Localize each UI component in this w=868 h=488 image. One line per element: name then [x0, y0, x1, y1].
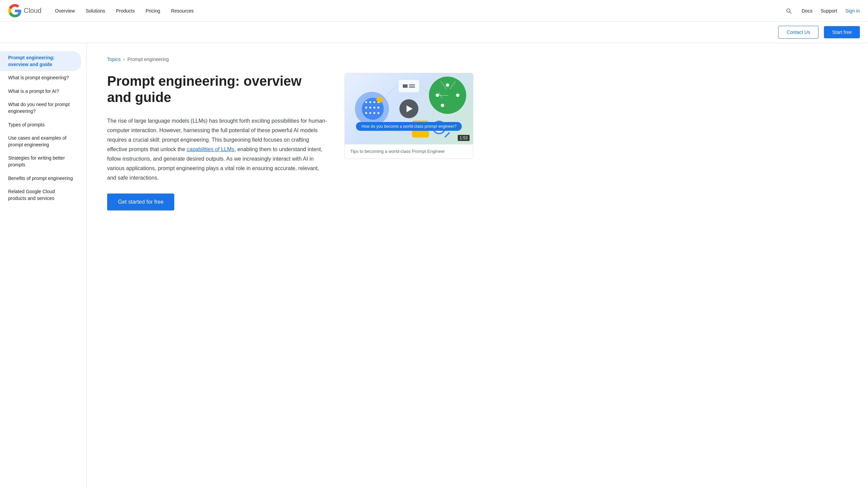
page-title: Prompt engineering: overview and guide — [107, 73, 328, 105]
contact-us-button[interactable]: Contact Us — [778, 26, 818, 39]
video-card: How do you become a world-class prompt e… — [344, 73, 473, 159]
sidebar: Prompt engineering: overview and guide W… — [0, 43, 87, 488]
sidebar-item-strategies[interactable]: Strategies for writing better prompts — [0, 151, 81, 171]
sidebar-item-use-cases[interactable]: Use cases and examples of prompt enginee… — [0, 131, 81, 151]
video-duration: 1:53 — [458, 135, 470, 141]
nav-pricing[interactable]: Pricing — [145, 8, 160, 14]
llm-capabilities-link[interactable]: capabilities of LLMs — [187, 146, 235, 152]
nav-products[interactable]: Products — [116, 8, 135, 14]
play-button[interactable] — [399, 99, 418, 118]
nav-links: Overview Solutions Products Pricing Reso… — [55, 8, 784, 14]
main-layout: Prompt engineering: overview and guide W… — [0, 43, 868, 488]
logo[interactable]: Cloud — [8, 4, 41, 18]
text-content: Prompt engineering: overview and guide T… — [107, 73, 328, 210]
breadcrumb-current: Prompt engineering — [127, 57, 169, 62]
breadcrumb-separator: › — [123, 57, 125, 62]
sidebar-item-what-do-you-need[interactable]: What do you need for prompt engineering? — [0, 98, 81, 118]
sidebar-item-types-of-prompts[interactable]: Types of prompts — [0, 118, 81, 132]
secondary-nav: Contact Us Start free — [0, 22, 868, 43]
nav-right: Docs Support Sign in — [784, 6, 860, 16]
sidebar-item-related-products[interactable]: Related Google Cloud products and servic… — [0, 185, 81, 205]
nav-resources[interactable]: Resources — [171, 8, 194, 14]
video-description: Tips to becoming a world-class Prompt En… — [345, 144, 473, 159]
content-area: Topics › Prompt engineering Prompt engin… — [87, 43, 494, 488]
sidebar-item-what-is-prompt-ai[interactable]: What is a prompt for AI? — [0, 85, 81, 98]
sidebar-item-benefits[interactable]: Benefits of prompt engineering — [0, 172, 81, 185]
play-icon — [407, 105, 413, 112]
video-thumbnail[interactable]: How do you become a world-class prompt e… — [345, 73, 473, 144]
play-overlay — [345, 73, 473, 144]
breadcrumb: Topics › Prompt engineering — [107, 57, 473, 62]
video-caption-bar: How do you become a world-class prompt e… — [356, 122, 462, 131]
get-started-button[interactable]: Get started for free — [107, 194, 174, 210]
nav-support[interactable]: Support — [821, 8, 837, 14]
sidebar-item-overview[interactable]: Prompt engineering: overview and guide — [0, 51, 81, 71]
sign-in-link[interactable]: Sign in — [845, 8, 860, 14]
cloud-logo-text: Cloud — [24, 7, 41, 15]
top-navigation: Cloud Overview Solutions Products Pricin… — [0, 0, 868, 22]
google-logo-icon — [8, 4, 22, 18]
search-button[interactable] — [784, 6, 793, 16]
page-body: The rise of large language models (LLMs)… — [107, 116, 328, 183]
breadcrumb-topics[interactable]: Topics — [107, 57, 121, 62]
nav-solutions[interactable]: Solutions — [86, 8, 105, 14]
nav-overview[interactable]: Overview — [55, 8, 75, 14]
start-free-button[interactable]: Start free — [824, 26, 860, 38]
page-content: Prompt engineering: overview and guide T… — [107, 73, 473, 210]
sidebar-item-what-is-prompt[interactable]: What is prompt engineering? — [0, 71, 81, 85]
nav-docs[interactable]: Docs — [802, 8, 812, 14]
search-icon — [785, 7, 792, 14]
